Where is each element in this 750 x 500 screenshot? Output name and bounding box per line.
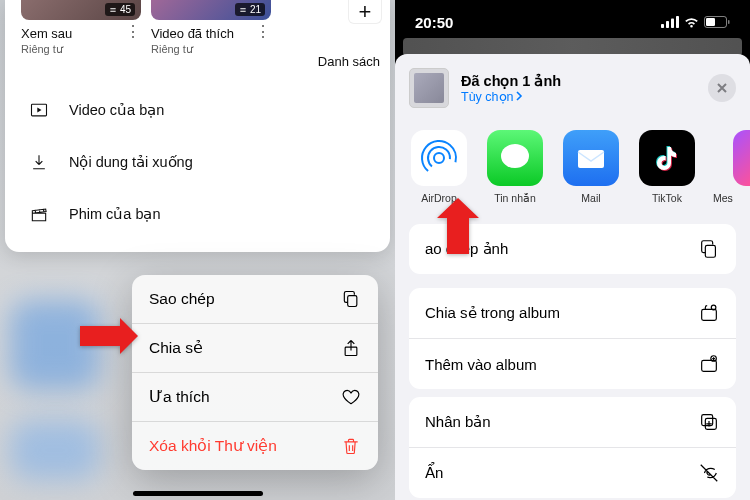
wifi-icon — [683, 16, 700, 28]
left-screenshot: 45 Xem sau Riêng tư ⋮ 21 — [0, 0, 395, 500]
svg-rect-6 — [676, 16, 679, 28]
close-button[interactable] — [708, 74, 736, 102]
downloads-item[interactable]: Nội dung tải xuống — [5, 136, 390, 188]
svg-rect-15 — [705, 245, 715, 257]
messenger-icon — [733, 130, 750, 186]
right-screenshot: 20:50 Đã chọn 1 ảnh Tùy chọn — [395, 0, 750, 500]
more-icon[interactable]: ⋮ — [125, 24, 141, 40]
menu-label: Nội dung tải xuống — [69, 154, 193, 170]
hide-icon — [698, 462, 720, 484]
ctx-label: Ưa thích — [149, 388, 210, 406]
airdrop-icon — [411, 130, 467, 186]
svg-rect-3 — [661, 24, 664, 28]
hide-action[interactable]: Ẩn — [409, 448, 736, 498]
svg-point-13 — [501, 144, 529, 168]
options-link[interactable]: Tùy chọn — [461, 89, 696, 104]
trash-icon — [341, 436, 361, 456]
playlist-card[interactable]: 21 Video đã thích Riêng tư ⋮ — [151, 0, 271, 56]
share-app-messages[interactable]: Tin nhắn — [485, 130, 545, 204]
action-label: Ẩn — [425, 464, 443, 482]
battery-icon — [704, 16, 730, 28]
action-label: Thêm vào album — [425, 356, 537, 373]
delete-item[interactable]: Xóa khỏi Thư viện — [132, 422, 378, 470]
add-playlist-button[interactable]: + — [348, 0, 382, 24]
messages-icon — [487, 130, 543, 186]
svg-rect-1 — [348, 296, 357, 307]
close-icon — [716, 82, 728, 94]
your-movies-item[interactable]: Phim của bạn — [5, 188, 390, 240]
share-icon — [341, 338, 361, 358]
playlist-title: Xem sau — [21, 26, 72, 41]
signal-icon — [661, 16, 679, 28]
playlist-privacy: Riêng tư — [151, 43, 234, 56]
heart-icon — [341, 387, 361, 407]
playlist-privacy: Riêng tư — [21, 43, 72, 56]
copy-item[interactable]: Sao chép — [132, 275, 378, 324]
svg-rect-5 — [671, 19, 674, 29]
svg-rect-9 — [728, 20, 730, 24]
menu-label: Phim của bạn — [69, 206, 161, 222]
svg-rect-18 — [702, 360, 717, 371]
add-to-album-action[interactable]: Thêm vào album — [409, 339, 736, 389]
share-item[interactable]: Chia sẻ — [132, 324, 378, 373]
svg-rect-8 — [706, 18, 715, 26]
share-app-airdrop[interactable]: AirDrop — [409, 130, 469, 204]
clapper-icon — [29, 204, 49, 224]
svg-point-10 — [434, 153, 444, 163]
copy-icon — [698, 238, 720, 260]
svg-rect-14 — [578, 150, 604, 168]
action-label: Chia sẻ trong album — [425, 304, 560, 322]
svg-point-11 — [424, 143, 455, 174]
home-indicator — [133, 491, 263, 496]
share-in-album-action[interactable]: Chia sẻ trong album — [409, 288, 736, 339]
menu-label: Video của bạn — [69, 102, 164, 118]
context-menu: Sao chép Chia sẻ Ưa thích Xóa khỏi Thư v… — [132, 275, 378, 470]
status-time: 20:50 — [415, 14, 453, 31]
favorite-item[interactable]: Ưa thích — [132, 373, 378, 422]
play-square-icon — [29, 100, 49, 120]
playlist-title: Video đã thích — [151, 26, 234, 41]
status-bar: 20:50 — [395, 0, 750, 44]
svg-rect-4 — [666, 21, 669, 28]
album-share-icon — [698, 302, 720, 324]
share-app-messenger[interactable]: Mes — [713, 130, 750, 204]
tiktok-icon — [639, 130, 695, 186]
playlist-count-badge: 45 — [105, 3, 135, 16]
mail-icon — [563, 130, 619, 186]
duplicate-action[interactable]: Nhân bản — [409, 397, 736, 448]
download-icon — [29, 152, 49, 172]
ctx-label: Sao chép — [149, 290, 215, 308]
your-videos-item[interactable]: Video của bạn — [5, 84, 390, 136]
share-sheet: Đã chọn 1 ảnh Tùy chọn AirDrop — [395, 54, 750, 500]
playlist-count-badge: 21 — [235, 3, 265, 16]
sheet-title: Đã chọn 1 ảnh — [461, 73, 696, 89]
list-link[interactable]: Danh sách — [318, 54, 380, 69]
youtube-library-panel: 45 Xem sau Riêng tư ⋮ 21 — [5, 0, 390, 252]
copy-image-action[interactable]: ao chép ảnh — [409, 224, 736, 274]
svg-rect-16 — [702, 309, 717, 320]
copy-icon — [341, 289, 361, 309]
more-icon[interactable]: ⋮ — [255, 24, 271, 40]
ctx-label: Chia sẻ — [149, 339, 203, 357]
duplicate-icon — [698, 411, 720, 433]
action-label: Nhân bản — [425, 413, 491, 431]
selected-thumbnail — [409, 68, 449, 108]
playlist-card[interactable]: 45 Xem sau Riêng tư ⋮ — [21, 0, 141, 56]
svg-point-12 — [417, 136, 461, 180]
share-app-tiktok[interactable]: TikTok — [637, 130, 697, 204]
action-label: ao chép ảnh — [425, 240, 508, 258]
share-app-mail[interactable]: Mail — [561, 130, 621, 204]
album-add-icon — [698, 353, 720, 375]
ctx-label: Xóa khỏi Thư viện — [149, 437, 277, 455]
